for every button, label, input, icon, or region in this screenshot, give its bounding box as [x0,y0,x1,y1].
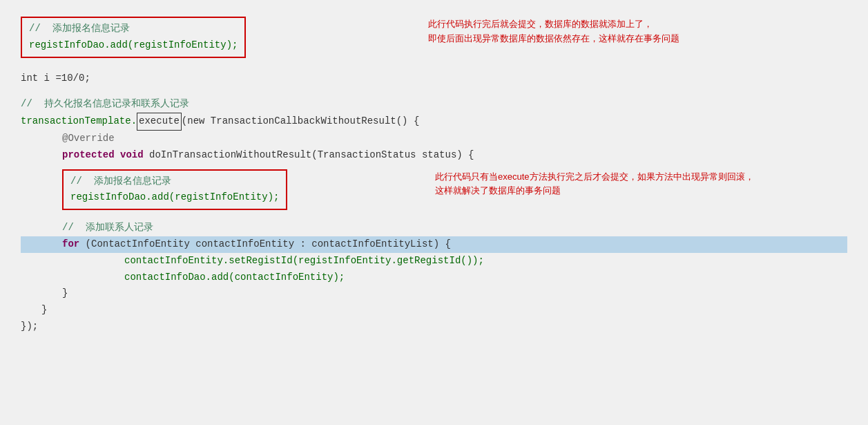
code-display: // 添加报名信息记录 registInfoDao.add(registInfo… [0,0,868,425]
block1-note: 此行代码执行完后就会提交，数据库的数据就添加上了， 即使后面出现异常数据库的数据… [428,17,679,46]
block4-comment: // 添加报名信息记录 [70,173,171,190]
block5-close1-line: } [21,285,847,302]
block5-close3-line: }); [21,319,847,335]
execute-box: execute [137,113,182,131]
protected-keyword: protected [62,147,120,164]
block3-method-sig: doInTransactionWithoutResult(Transaction… [144,147,474,164]
section-block4: // 添加报名信息记录 registInfoDao.add(registInfo… [62,167,847,214]
block1-comment-line: // 添加报名信息记录 [29,21,238,37]
block3-annotation-line: @Override [21,131,847,147]
block5-comment-line: // 添加联系人记录 [21,220,847,236]
section-block3: // 持久化报名信息记录和联系人记录 transactionTemplate.e… [21,96,847,163]
block5-close2-line: } [21,302,847,319]
block3-execute-line: transactionTemplate.execute(new Transact… [21,113,847,131]
block2-line: int i =10/0; [21,70,847,87]
block1-note2: 即使后面出现异常数据库的数据依然存在，这样就存在事务问题 [428,32,679,46]
block5-setregist: contactInfoEntity.setRegistId(registInfo… [124,253,484,270]
block5-add: contactInfoDao.add(contactInfoEntity); [124,270,345,286]
block1-code: // 添加报名信息记录 registInfoDao.add(registInfo… [21,14,246,61]
block3-comment: // 持久化报名信息记录和联系人记录 [21,96,189,113]
block4-code-line: registInfoDao.add(registInfoEntity); [70,189,279,206]
block1-note1: 此行代码执行完后就会提交，数据库的数据就添加上了， [428,17,679,32]
section-block1: // 添加报名信息记录 registInfoDao.add(registInfo… [21,14,847,61]
for-condition: (ContactInfoEntity contactInfoEntity : c… [86,236,451,253]
block5-for-line: for (ContactInfoEntity contactInfoEntity… [21,236,847,253]
section-block5: // 添加联系人记录 for (ContactInfoEntity contac… [21,220,847,335]
block3-annotation: @Override [62,131,115,147]
block5-line2: contactInfoDao.add(contactInfoEntity); [21,270,847,286]
section-block2: int i =10/0; [21,70,847,87]
block5-for-code: for (ContactInfoEntity contactInfoEntity… [21,236,847,253]
block4-note2: 这样就解决了数据库的事务问题 [435,184,754,198]
block1-code-line: registInfoDao.add(registInfoEntity); [29,37,238,54]
for-keyword: for [62,236,86,253]
block3-post: (new TransactionCallbackWithoutResult() … [182,113,419,130]
block4-code: // 添加报名信息记录 registInfoDao.add(registInfo… [62,167,287,214]
block2-code: int i =10/0; [21,70,90,87]
block4-row: // 添加报名信息记录 registInfoDao.add(registInfo… [62,167,847,214]
block5-comment: // 添加联系人记录 [62,220,153,236]
block4-method: registInfoDao.add(registInfoEntity); [70,189,279,206]
void-keyword: void [120,147,144,164]
block5-close2: } [41,302,47,319]
block4-note: 此行代码只有当execute方法执行完之后才会提交，如果方法中出现异常则回滚， … [435,170,754,199]
block4-comment-line: // 添加报名信息记录 [70,173,279,190]
block3-protected-line: protected void doInTransactionWithoutRes… [21,147,847,164]
block1-redbox: // 添加报名信息记录 registInfoDao.add(registInfo… [21,17,246,58]
block1-method: registInfoDao.add(registInfoEntity); [29,37,238,54]
block3-comment-line: // 持久化报名信息记录和联系人记录 [21,96,847,113]
block5-line1: contactInfoEntity.setRegistId(registInfo… [21,253,847,270]
block1-row: // 添加报名信息记录 registInfoDao.add(registInfo… [21,14,847,61]
block5-close1: } [62,285,68,302]
block4-redbox: // 添加报名信息记录 registInfoDao.add(registInfo… [62,169,287,211]
block1-comment: // 添加报名信息记录 [29,21,130,37]
block3-pre: transactionTemplate. [21,113,137,130]
block5-close3: }); [21,319,38,335]
block4-note1: 此行代码只有当execute方法执行完之后才会提交，如果方法中出现异常则回滚， [435,170,754,185]
